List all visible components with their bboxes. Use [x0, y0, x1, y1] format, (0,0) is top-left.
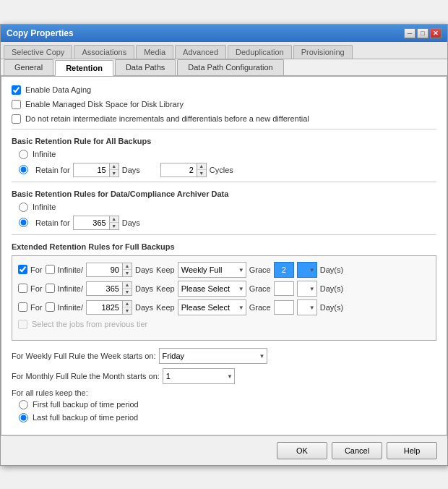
managed-disk-checkbox[interactable] — [12, 100, 21, 109]
infinite-compliance-radio[interactable] — [19, 203, 28, 212]
minimize-button[interactable]: ─ — [404, 28, 415, 38]
ext-row2-grace-unit-select[interactable] — [297, 281, 317, 297]
first-full-label: First full backup of time period — [33, 400, 139, 409]
ext-row1-days-down[interactable]: ▼ — [123, 270, 132, 276]
retain-all-radio[interactable] — [19, 165, 28, 174]
ext-row3-schedule-select[interactable]: Please Select Weekly Full Monthly Full Y… — [178, 299, 246, 315]
weekly-full-label: For Weekly Full Rule the Week starts on: — [12, 352, 156, 360]
ext-row1-grace-label: Grace — [249, 265, 271, 274]
tab-data-paths[interactable]: Data Paths — [115, 59, 176, 75]
ext-row2-infinite-checkbox[interactable] — [46, 284, 55, 293]
ext-row3-days-input[interactable] — [86, 300, 122, 315]
bottom-buttons-bar: OK Cancel Help — [1, 435, 447, 465]
bottom-tab-bar: General Retention Data Paths Data Path C… — [1, 59, 447, 77]
ext-row3-days-down[interactable]: ▼ — [123, 307, 132, 314]
days-all-down[interactable]: ▼ — [110, 170, 119, 177]
days-compliance-up[interactable]: ▲ — [110, 216, 119, 224]
first-full-radio[interactable] — [19, 400, 28, 409]
tab-selective-copy[interactable]: Selective Copy — [4, 45, 72, 59]
ext-row3-days-up[interactable]: ▲ — [123, 301, 132, 308]
ext-row2-schedule-select[interactable]: Please Select Weekly Full Monthly Full Y… — [178, 281, 246, 297]
ext-row3-days-spinner: ▲ ▼ — [122, 300, 132, 315]
ext-row1-days-up[interactable]: ▲ — [123, 263, 132, 271]
cancel-button[interactable]: Cancel — [332, 442, 382, 459]
tab-general[interactable]: General — [4, 59, 53, 75]
ext-row2-infinite-label: Infinite/ — [58, 284, 83, 293]
ext-row1-schedule-select[interactable]: Weekly Full Monthly Full Yearly Full Ple… — [178, 262, 246, 278]
ext-row2-days-up[interactable]: ▲ — [123, 282, 132, 289]
select-jobs-label: Select the jobs from previous tier — [32, 320, 147, 328]
ext-row3-infinite-checkbox[interactable] — [46, 302, 55, 312]
ext-row2-days-input[interactable] — [86, 281, 122, 296]
ext-row3-grace-unit-select[interactable] — [297, 299, 317, 315]
select-jobs-checkbox[interactable] — [18, 320, 27, 329]
ext-row1-for-checkbox[interactable] — [18, 265, 27, 274]
enable-aging-label: Enable Data Aging — [25, 85, 91, 94]
cycles-all-down[interactable]: ▼ — [197, 170, 206, 177]
main-content: Enable Data Aging Enable Managed Disk Sp… — [1, 77, 447, 435]
cycles-all-up[interactable]: ▲ — [197, 163, 206, 171]
title-bar: Copy Properties ─ □ ✕ — [1, 25, 447, 42]
ext-row2-grace-label: Grace — [249, 284, 271, 293]
ext-row1-grace-input[interactable] — [274, 262, 294, 278]
tab-associations[interactable]: Associations — [74, 45, 134, 59]
cycles-all-input[interactable] — [160, 163, 197, 177]
ext-row3-grace-suffix: Day(s) — [320, 303, 343, 312]
days-all-spinner: ▲ ▼ — [109, 163, 119, 177]
ext-row1-days-spinner: ▲ ▼ — [122, 263, 132, 277]
ext-row2-grace-input[interactable] — [274, 281, 294, 296]
basic-retention-compliance-header: Basic Retention Rules for Data/Complianc… — [12, 190, 436, 198]
ext-row2-schedule-wrapper: Please Select Weekly Full Monthly Full Y… — [178, 281, 246, 297]
days-compliance-down[interactable]: ▼ — [110, 223, 119, 229]
infinite-all-label: Infinite — [33, 150, 56, 158]
ext-row3-keep-label: Keep — [156, 303, 175, 312]
top-tab-bar: Selective Copy Associations Media Advanc… — [1, 42, 447, 59]
retain-compliance-label: Retain for — [35, 218, 70, 227]
retain-compliance-row: Retain for ▲ ▼ Days — [12, 216, 436, 230]
retain-all-row: Retain for ▲ ▼ Days ▲ ▼ Cycles — [12, 163, 436, 177]
help-button[interactable]: Help — [387, 442, 437, 459]
extended-retention-header: Extended Retention Rules for Full Backup… — [12, 242, 436, 251]
ext-row2-grace-suffix: Day(s) — [320, 284, 343, 293]
ext-row3-schedule-wrapper: Please Select Weekly Full Monthly Full Y… — [178, 299, 246, 315]
ext-row1-infinite-checkbox[interactable] — [46, 265, 55, 274]
tab-provisioning[interactable]: Provisioning — [293, 45, 353, 59]
ext-row2-days-down[interactable]: ▼ — [123, 289, 132, 295]
ext-row3-grace-input[interactable] — [274, 300, 294, 315]
ext-row1-days-input[interactable] — [86, 263, 122, 277]
infinite-all-radio[interactable] — [19, 150, 28, 159]
tab-media[interactable]: Media — [136, 45, 173, 59]
enable-aging-row: Enable Data Aging — [12, 85, 436, 95]
ext-row2-keep-label: Keep — [156, 284, 175, 293]
ok-button[interactable]: OK — [277, 442, 327, 459]
ext-row1-schedule-wrapper: Weekly Full Monthly Full Yearly Full Ple… — [178, 262, 246, 278]
tab-retention[interactable]: Retention — [55, 60, 113, 76]
ext-row2-days-spinner: ▲ ▼ — [122, 281, 132, 296]
days-compliance-input[interactable] — [73, 216, 109, 230]
weekly-full-select[interactable]: Sunday Monday Tuesday Wednesday Thursday… — [159, 348, 267, 364]
ext-row1-keep-label: Keep — [156, 265, 175, 274]
close-button[interactable]: ✕ — [430, 28, 441, 38]
ext-row2-days-label: Days — [135, 284, 153, 293]
days-all-up[interactable]: ▲ — [110, 163, 119, 171]
ext-row3-for-checkbox[interactable] — [18, 302, 27, 312]
retain-compliance-radio[interactable] — [19, 218, 28, 227]
last-full-row: Last full backup of time period — [12, 413, 436, 422]
retain-all-label: Retain for — [35, 166, 70, 174]
enable-aging-checkbox[interactable] — [12, 85, 21, 95]
ext-row1-grace-suffix: Day(s) — [320, 265, 343, 274]
tab-advanced[interactable]: Advanced — [175, 45, 226, 59]
tab-deduplication[interactable]: Deduplication — [228, 45, 292, 59]
tab-data-path-config[interactable]: Data Path Configuration — [177, 59, 283, 75]
maximize-button[interactable]: □ — [417, 28, 428, 38]
monthly-full-select[interactable]: 1 2 3 4 5 — [163, 368, 235, 384]
weekly-full-wrapper: Sunday Monday Tuesday Wednesday Thursday… — [159, 348, 267, 364]
ext-row2-for-checkbox[interactable] — [18, 284, 27, 293]
no-retain-checkbox[interactable] — [12, 114, 21, 124]
days-all-input[interactable] — [73, 163, 109, 177]
last-full-radio[interactable] — [19, 413, 28, 422]
ext-row1-grace-unit-select[interactable] — [297, 262, 317, 278]
cycles-all-spinner: ▲ ▼ — [197, 163, 207, 177]
basic-retention-all-header: Basic Retention Rule for All Backups — [12, 137, 436, 145]
monthly-full-label: For Monthly Full Rule the Month starts o… — [12, 372, 160, 380]
